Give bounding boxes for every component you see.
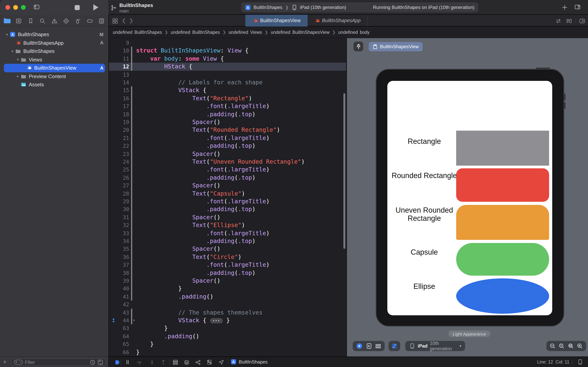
- code-line-40[interactable]: 40 }: [109, 285, 346, 293]
- scheme-destination[interactable]: iPad (10th generation): [300, 5, 346, 10]
- add-file-button[interactable]: +: [3, 359, 7, 365]
- breadcrumb-Views[interactable]: undefinedViews: [229, 30, 262, 34]
- code-line-9[interactable]: 9: [109, 39, 346, 47]
- source-control-icon[interactable]: [14, 17, 24, 25]
- code-line-22[interactable]: 22 .padding(.top): [109, 142, 346, 150]
- sidebar-toggle-icon[interactable]: [34, 4, 40, 10]
- code-line-11[interactable]: 11 var body: some View {: [109, 55, 346, 63]
- zoom-button[interactable]: [21, 5, 26, 10]
- folded-code-chip[interactable]: •••: [210, 318, 223, 324]
- code-line-36[interactable]: 36 Text("Circle"): [109, 253, 346, 261]
- sidebar-item-builtinshapesview[interactable]: BuiltInShapesViewA: [0, 64, 109, 72]
- disclosure-down-icon[interactable]: ▾: [5, 33, 9, 37]
- code-line-38[interactable]: 38 .padding(.top): [109, 269, 346, 277]
- inspector-toggle-icon[interactable]: [574, 4, 581, 10]
- tests-icon[interactable]: [61, 17, 71, 25]
- code-line-21[interactable]: 21 .font(.largeTitle): [109, 134, 346, 142]
- scope-filter-icon[interactable]: [97, 359, 103, 365]
- step-over-icon[interactable]: [136, 359, 142, 365]
- sidebar-item-preview-content[interactable]: ▸Preview Content: [0, 72, 109, 81]
- live-preview-play-icon[interactable]: [356, 343, 362, 349]
- tab-BuiltInShapesApp[interactable]: BuiltInShapesApp: [308, 15, 368, 26]
- editor-options-icon[interactable]: [566, 18, 572, 24]
- code-line-17[interactable]: 17 .font(.largeTitle): [109, 102, 346, 110]
- issues-icon[interactable]: [49, 17, 59, 25]
- code-line-12[interactable]: 12 HStack {: [109, 63, 346, 71]
- code-line-31[interactable]: 31 Spacer(): [109, 213, 346, 221]
- location-simulation-icon[interactable]: [218, 359, 224, 365]
- code-line-37[interactable]: 37 .font(.largeTitle): [109, 261, 346, 269]
- code-line-24[interactable]: 24 Text("Uneven Rounded Rectangle"): [109, 158, 346, 166]
- add-editor-icon[interactable]: [579, 18, 585, 24]
- zoom-in-icon[interactable]: [577, 343, 583, 349]
- code-line-23[interactable]: 23 Spacer(): [109, 150, 346, 158]
- find-icon[interactable]: [37, 17, 47, 25]
- step-into-icon[interactable]: [149, 359, 155, 365]
- pause-icon[interactable]: [125, 359, 131, 365]
- breadcrumb-BuiltInShapes[interactable]: undefinedBuiltInShapes: [171, 30, 220, 34]
- code-line-34[interactable]: 34 .padding(.top): [109, 237, 346, 245]
- code-line-13[interactable]: 13: [109, 71, 346, 79]
- code-line-30[interactable]: 30 .padding(.top): [109, 205, 346, 213]
- zoom-out-icon[interactable]: [549, 343, 555, 349]
- sidebar-item-views[interactable]: ▾Views: [0, 55, 109, 64]
- plus-icon[interactable]: [562, 4, 568, 10]
- scheme-app[interactable]: BuiltInShapes: [253, 5, 282, 10]
- run-button[interactable]: [93, 4, 98, 10]
- code-line-41[interactable]: 41 .padding(): [109, 293, 346, 301]
- code-line-14[interactable]: 14 // Labels for each shape: [109, 79, 346, 86]
- zoom-fit-icon[interactable]: [568, 343, 574, 349]
- sidebar-item-builtinshapesapp[interactable]: BuiltInShapesAppA: [0, 39, 109, 47]
- selectable-preview-icon[interactable]: [366, 343, 372, 349]
- minimize-button[interactable]: [13, 5, 18, 10]
- code-line-29[interactable]: 29 .font(.largeTitle): [109, 198, 346, 205]
- disclosure-down-icon[interactable]: ▾: [10, 49, 14, 53]
- code-line-20[interactable]: 20 Text("Rounded Rectangle"): [109, 126, 346, 134]
- destination-ipad-icon[interactable]: [577, 359, 583, 365]
- appearance-toggle[interactable]: Light Appearance: [448, 330, 490, 337]
- code-line-28[interactable]: 28 Text("Capsule"): [109, 190, 346, 198]
- sidebar-item-assets[interactable]: Assets: [0, 81, 109, 89]
- close-button[interactable]: [5, 5, 10, 10]
- forward-icon[interactable]: ❯: [129, 17, 133, 23]
- disclosure-down-icon[interactable]: ▾: [16, 58, 20, 62]
- reports-icon[interactable]: [96, 17, 107, 25]
- pin-preview-button[interactable]: [353, 42, 363, 51]
- sidebar-item-builtinshapes[interactable]: ▾BuiltInShapes: [0, 47, 109, 55]
- code-line-42[interactable]: 42: [109, 300, 346, 309]
- process-flow-icon[interactable]: [195, 359, 201, 365]
- breadcrumb-body[interactable]: undefinedbody: [338, 30, 370, 34]
- recent-filter-icon[interactable]: [89, 359, 96, 365]
- code-line-66[interactable]: 66}: [109, 348, 346, 356]
- device-picker[interactable]: iPad 10th generation ▾: [405, 341, 465, 351]
- code-line-32[interactable]: 32 Text("Ellipse"): [109, 221, 346, 229]
- step-out-icon[interactable]: [160, 359, 167, 365]
- code-line-18[interactable]: 18 .padding(.top): [109, 110, 346, 118]
- code-line-35[interactable]: 35 Spacer(): [109, 245, 346, 253]
- debug-icon[interactable]: [73, 17, 83, 25]
- ipad-screen[interactable]: RectangleRounded RectangleUneven Rounded…: [387, 81, 552, 315]
- environment-overrides-icon[interactable]: [206, 359, 212, 365]
- breadcrumb-BuiltInShapesView[interactable]: undefinedBuiltInShapesView: [271, 30, 329, 34]
- variants-grid-icon[interactable]: [376, 343, 381, 349]
- stop-button[interactable]: [75, 5, 80, 10]
- code-review-icon[interactable]: [555, 18, 562, 24]
- memory-graph-icon[interactable]: [184, 359, 190, 365]
- code-line-39[interactable]: 39 Spacer(): [109, 277, 346, 285]
- back-icon[interactable]: ❮: [122, 17, 126, 23]
- code-line-10[interactable]: 10struct BuiltInShapesView: View {: [109, 47, 346, 55]
- code-line-16[interactable]: 16 Text("Rectangle"): [109, 94, 346, 102]
- breadcrumb-BuiltInShapes[interactable]: undefinedBuiltInShapes: [113, 30, 162, 34]
- view-hierarchy-icon[interactable]: [172, 359, 178, 365]
- breakpoints-active-icon[interactable]: [114, 359, 121, 365]
- code-line-25[interactable]: 25 .font(.largeTitle): [109, 166, 346, 174]
- fold-chevron-icon[interactable]: ›: [133, 317, 135, 325]
- code-line-33[interactable]: 33 .font(.largeTitle): [109, 229, 346, 237]
- code-line-26[interactable]: 26 .padding(.top): [109, 174, 346, 182]
- device-settings-button[interactable]: [388, 341, 400, 351]
- scrollbar-thumb[interactable]: [343, 93, 345, 249]
- code-line-19[interactable]: 19 Spacer(): [109, 118, 346, 126]
- scheme-selector[interactable]: A BuiltInShapes ❯ iPad (10th generation)…: [241, 2, 478, 12]
- code-line-27[interactable]: 27 Spacer(): [109, 182, 346, 190]
- code-line-15[interactable]: 15 VStack {: [109, 86, 346, 94]
